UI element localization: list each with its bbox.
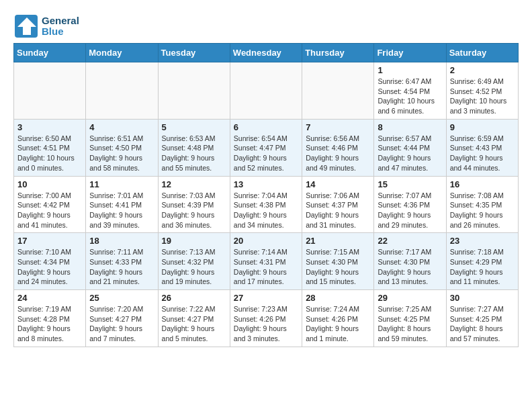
calendar-cell: 24Sunrise: 7:19 AM Sunset: 4:28 PM Dayli…	[14, 290, 86, 347]
calendar-cell	[86, 62, 158, 120]
calendar-cell: 1Sunrise: 6:47 AM Sunset: 4:54 PM Daylig…	[374, 62, 446, 120]
day-info: Sunrise: 6:56 AM Sunset: 4:46 PM Dayligh…	[306, 134, 370, 173]
calendar-cell: 27Sunrise: 7:23 AM Sunset: 4:26 PM Dayli…	[230, 290, 302, 347]
day-number: 17	[17, 236, 82, 246]
day-info: Sunrise: 7:08 AM Sunset: 4:35 PM Dayligh…	[450, 191, 515, 230]
day-number: 4	[89, 122, 154, 132]
calendar-cell: 21Sunrise: 7:15 AM Sunset: 4:30 PM Dayli…	[302, 233, 374, 290]
day-number: 20	[234, 236, 298, 246]
day-info: Sunrise: 7:25 AM Sunset: 4:25 PM Dayligh…	[378, 304, 442, 344]
day-number: 10	[17, 179, 82, 189]
calendar-cell: 10Sunrise: 7:00 AM Sunset: 4:42 PM Dayli…	[14, 176, 86, 233]
day-info: Sunrise: 6:54 AM Sunset: 4:47 PM Dayligh…	[234, 134, 298, 173]
calendar-cell: 7Sunrise: 6:56 AM Sunset: 4:46 PM Daylig…	[302, 119, 374, 176]
logo: General Blue	[13, 13, 79, 39]
day-info: Sunrise: 6:47 AM Sunset: 4:54 PM Dayligh…	[378, 77, 442, 116]
calendar-cell: 9Sunrise: 6:59 AM Sunset: 4:43 PM Daylig…	[446, 119, 518, 176]
day-info: Sunrise: 6:53 AM Sunset: 4:48 PM Dayligh…	[162, 134, 226, 173]
weekday-header-sunday: Sunday	[14, 44, 86, 62]
calendar-cell: 19Sunrise: 7:13 AM Sunset: 4:32 PM Dayli…	[158, 233, 230, 290]
logo-text-line2: Blue	[42, 26, 79, 38]
day-info: Sunrise: 6:51 AM Sunset: 4:50 PM Dayligh…	[89, 134, 154, 173]
day-number: 5	[162, 122, 226, 132]
calendar-cell: 25Sunrise: 7:20 AM Sunset: 4:27 PM Dayli…	[86, 290, 158, 347]
calendar-cell: 6Sunrise: 6:54 AM Sunset: 4:47 PM Daylig…	[230, 119, 302, 176]
day-info: Sunrise: 7:22 AM Sunset: 4:27 PM Dayligh…	[162, 304, 226, 344]
calendar-cell: 26Sunrise: 7:22 AM Sunset: 4:27 PM Dayli…	[158, 290, 230, 347]
logo-icon	[13, 13, 39, 39]
calendar-cell: 30Sunrise: 7:27 AM Sunset: 4:25 PM Dayli…	[446, 290, 518, 347]
day-info: Sunrise: 7:11 AM Sunset: 4:33 PM Dayligh…	[89, 247, 154, 287]
day-number: 21	[306, 236, 370, 246]
calendar-cell: 18Sunrise: 7:11 AM Sunset: 4:33 PM Dayli…	[86, 233, 158, 290]
calendar-cell: 12Sunrise: 7:03 AM Sunset: 4:39 PM Dayli…	[158, 176, 230, 233]
day-number: 22	[378, 236, 442, 246]
calendar-cell: 28Sunrise: 7:24 AM Sunset: 4:26 PM Dayli…	[302, 290, 374, 347]
calendar-cell: 29Sunrise: 7:25 AM Sunset: 4:25 PM Dayli…	[374, 290, 446, 347]
calendar-cell: 14Sunrise: 7:06 AM Sunset: 4:37 PM Dayli…	[302, 176, 374, 233]
day-info: Sunrise: 6:49 AM Sunset: 4:52 PM Dayligh…	[450, 77, 515, 116]
day-number: 6	[234, 122, 298, 132]
day-number: 9	[450, 122, 515, 132]
calendar-cell: 3Sunrise: 6:50 AM Sunset: 4:51 PM Daylig…	[14, 119, 86, 176]
weekday-header-thursday: Thursday	[302, 44, 374, 62]
logo-text-line1: General	[42, 15, 79, 27]
day-number: 12	[162, 179, 226, 189]
day-info: Sunrise: 6:59 AM Sunset: 4:43 PM Dayligh…	[450, 134, 515, 173]
day-info: Sunrise: 6:57 AM Sunset: 4:44 PM Dayligh…	[378, 134, 442, 173]
calendar-cell: 5Sunrise: 6:53 AM Sunset: 4:48 PM Daylig…	[158, 119, 230, 176]
day-number: 14	[306, 179, 370, 189]
day-number: 24	[17, 293, 82, 303]
calendar-cell	[302, 62, 374, 120]
day-number: 11	[89, 179, 154, 189]
calendar-cell: 15Sunrise: 7:07 AM Sunset: 4:36 PM Dayli…	[374, 176, 446, 233]
day-info: Sunrise: 7:23 AM Sunset: 4:26 PM Dayligh…	[234, 304, 298, 344]
calendar-cell: 4Sunrise: 6:51 AM Sunset: 4:50 PM Daylig…	[86, 119, 158, 176]
day-info: Sunrise: 7:20 AM Sunset: 4:27 PM Dayligh…	[89, 304, 154, 344]
day-info: Sunrise: 7:19 AM Sunset: 4:28 PM Dayligh…	[17, 304, 82, 344]
weekday-header-saturday: Saturday	[446, 44, 518, 62]
day-info: Sunrise: 7:00 AM Sunset: 4:42 PM Dayligh…	[17, 191, 82, 230]
calendar-cell: 17Sunrise: 7:10 AM Sunset: 4:34 PM Dayli…	[14, 233, 86, 290]
day-info: Sunrise: 7:04 AM Sunset: 4:38 PM Dayligh…	[234, 191, 298, 230]
calendar-cell: 13Sunrise: 7:04 AM Sunset: 4:38 PM Dayli…	[230, 176, 302, 233]
calendar-cell: 2Sunrise: 6:49 AM Sunset: 4:52 PM Daylig…	[446, 62, 518, 120]
day-number: 26	[162, 293, 226, 303]
day-number: 19	[162, 236, 226, 246]
day-number: 18	[89, 236, 154, 246]
day-number: 27	[234, 293, 298, 303]
calendar-cell: 16Sunrise: 7:08 AM Sunset: 4:35 PM Dayli…	[446, 176, 518, 233]
calendar-cell	[14, 62, 86, 120]
weekday-header-monday: Monday	[86, 44, 158, 62]
calendar-cell: 20Sunrise: 7:14 AM Sunset: 4:31 PM Dayli…	[230, 233, 302, 290]
day-info: Sunrise: 7:06 AM Sunset: 4:37 PM Dayligh…	[306, 191, 370, 230]
day-number: 1	[378, 65, 442, 75]
day-info: Sunrise: 7:15 AM Sunset: 4:30 PM Dayligh…	[306, 247, 370, 287]
day-number: 2	[450, 65, 515, 75]
day-number: 16	[450, 179, 515, 189]
day-number: 28	[306, 293, 370, 303]
day-number: 15	[378, 179, 442, 189]
day-info: Sunrise: 7:03 AM Sunset: 4:39 PM Dayligh…	[162, 191, 226, 230]
weekday-header-wednesday: Wednesday	[230, 44, 302, 62]
day-info: Sunrise: 7:27 AM Sunset: 4:25 PM Dayligh…	[450, 304, 515, 344]
day-number: 25	[89, 293, 154, 303]
day-info: Sunrise: 7:10 AM Sunset: 4:34 PM Dayligh…	[17, 247, 82, 287]
day-number: 13	[234, 179, 298, 189]
calendar-cell: 23Sunrise: 7:18 AM Sunset: 4:29 PM Dayli…	[446, 233, 518, 290]
day-number: 3	[17, 122, 82, 132]
day-number: 8	[378, 122, 442, 132]
calendar-cell: 8Sunrise: 6:57 AM Sunset: 4:44 PM Daylig…	[374, 119, 446, 176]
day-info: Sunrise: 7:07 AM Sunset: 4:36 PM Dayligh…	[378, 191, 442, 230]
calendar-cell	[158, 62, 230, 120]
day-number: 30	[450, 293, 515, 303]
weekday-header-tuesday: Tuesday	[158, 44, 230, 62]
day-number: 7	[306, 122, 370, 132]
day-number: 29	[378, 293, 442, 303]
day-number: 23	[450, 236, 515, 246]
day-info: Sunrise: 7:13 AM Sunset: 4:32 PM Dayligh…	[162, 247, 226, 287]
calendar-table: SundayMondayTuesdayWednesdayThursdayFrid…	[13, 43, 519, 347]
calendar-cell	[230, 62, 302, 120]
calendar-cell: 22Sunrise: 7:17 AM Sunset: 4:30 PM Dayli…	[374, 233, 446, 290]
day-info: Sunrise: 7:14 AM Sunset: 4:31 PM Dayligh…	[234, 247, 298, 287]
